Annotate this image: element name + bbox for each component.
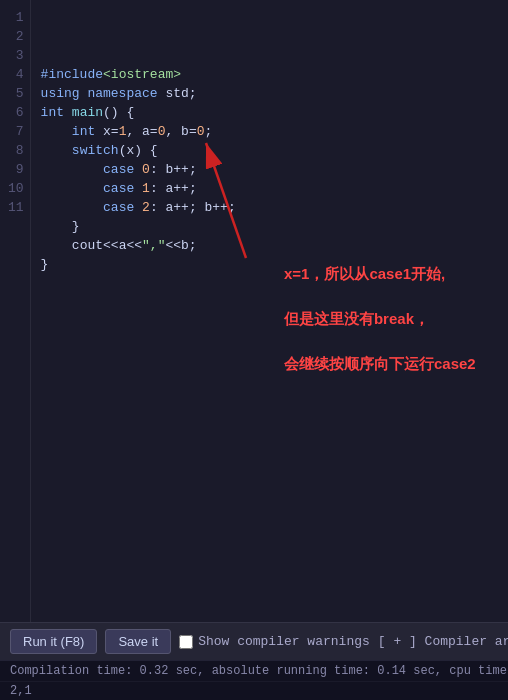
compiler-warnings-area: Show compiler warnings — [179, 634, 370, 649]
code-line: case 0: b++; — [41, 160, 508, 179]
compiler-args-label[interactable]: [ + ] Compiler args — [378, 634, 508, 649]
cursor-position-text: 2,1 — [10, 684, 32, 698]
status-text: Compilation time: 0.32 sec, absolute run… — [10, 664, 508, 678]
code-line: switch(x) { — [41, 141, 508, 160]
code-line: cout<<a<<","<<b; — [41, 236, 508, 255]
line-numbers: 1234567891011 — [0, 0, 31, 622]
code-line: case 1: a++; — [41, 179, 508, 198]
code-line: int main() { — [41, 103, 508, 122]
toolbar: Run it (F8) Save it Show compiler warnin… — [0, 622, 508, 660]
save-button[interactable]: Save it — [105, 629, 171, 654]
compiler-warnings-checkbox[interactable] — [179, 635, 193, 649]
code-line: #include<iostream> — [41, 65, 508, 84]
code-line: using namespace std; — [41, 84, 508, 103]
cursor-position: 2,1 — [0, 681, 508, 700]
run-button[interactable]: Run it (F8) — [10, 629, 97, 654]
code-line: } — [41, 255, 508, 274]
code-line: case 2: a++; b++; — [41, 198, 508, 217]
code-content[interactable]: #include<iostream>using namespace std;in… — [31, 0, 508, 622]
code-line: int x=1, a=0, b=0; — [41, 122, 508, 141]
code-line: } — [41, 217, 508, 236]
editor-area[interactable]: 1234567891011 #include<iostream>using na… — [0, 0, 508, 622]
status-bar: Compilation time: 0.32 sec, absolute run… — [0, 660, 508, 681]
compiler-warnings-label: Show compiler warnings — [198, 634, 370, 649]
